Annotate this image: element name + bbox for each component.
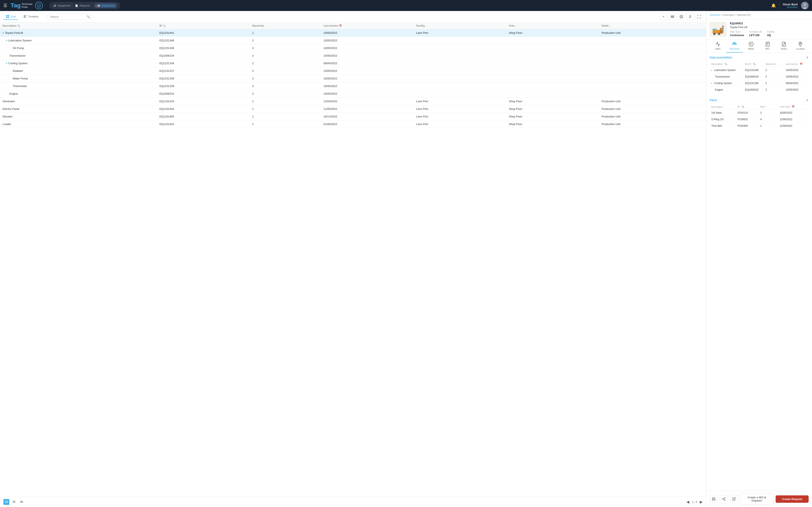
sa-expand-arrow[interactable]: ▸ xyxy=(711,82,713,84)
overview-link[interactable]: Overview xyxy=(710,13,720,16)
cell-detail: Production Unit xyxy=(599,105,706,113)
part-cell-lastused: 12/06/2022 xyxy=(778,116,809,123)
detail-filter-icon[interactable]: ⌄ xyxy=(609,24,611,27)
table-row[interactable]: Loader EQ1231424 1 01/05/2022 Leon Port … xyxy=(0,120,706,128)
check-button[interactable] xyxy=(678,13,685,20)
tab-grid[interactable]: Grid xyxy=(3,13,18,20)
page-size-25[interactable]: 25 xyxy=(11,499,17,505)
create-request-button[interactable]: Create Request xyxy=(776,495,809,503)
col-header-detail: Detail⌄ xyxy=(599,22,706,29)
part-row[interactable]: O-Ring 2/3 P235632 4 12/06/2022 xyxy=(710,116,809,123)
parts-title: Parts xyxy=(710,99,717,102)
tab-meter[interactable]: Meter xyxy=(743,40,759,53)
cell-hierarchy: 3 xyxy=(250,44,321,52)
bottom-actions: Create a WO & Dispatch Create Request xyxy=(706,491,812,507)
print-button[interactable] xyxy=(710,495,718,503)
table-row[interactable]: Oil Pump EQ1231349 3 10/05/2022 xyxy=(0,44,706,52)
service-filter-icon[interactable]: 📅 xyxy=(339,24,342,27)
notification-bell[interactable]: 🔔 xyxy=(771,3,776,8)
settings-button[interactable] xyxy=(687,13,694,20)
table-row[interactable]: Transmission EQ1006234 2 10/05/2022 xyxy=(0,52,706,60)
svg-rect-7 xyxy=(8,17,9,18)
area-filter-icon[interactable]: ⌄ xyxy=(515,24,517,27)
part-row[interactable]: 1/8 Valve P234124 2 10/05/2022 xyxy=(710,110,809,116)
hamburger-menu[interactable]: ☰ xyxy=(3,3,7,8)
cell-description: Loader xyxy=(0,120,157,128)
nav-right: 🔔 Oscar Byrd Technician xyxy=(771,2,809,9)
cell-id: EQ1231349 xyxy=(157,44,250,52)
id-filter-icon[interactable]: 🔍 xyxy=(163,24,166,27)
sa-hier-filter[interactable]: ⌄ xyxy=(777,63,779,65)
sa-eqid-filter[interactable]: 🔍 xyxy=(753,63,756,65)
tab-location[interactable]: Location xyxy=(792,40,809,53)
cell-area: Shop Floor xyxy=(506,29,599,37)
sub-assembly-row[interactable]: ▸ Cooling System EQ1231336 2 08/04/2022 xyxy=(710,80,809,87)
search-box[interactable]: 🔍 xyxy=(47,14,93,20)
description-filter-icon[interactable]: 🔍 xyxy=(17,24,20,27)
logo-tag: Tag xyxy=(11,2,21,9)
tab-hierarchy[interactable]: Hierarchy xyxy=(726,40,743,53)
svg-rect-11 xyxy=(671,15,671,18)
table-row[interactable]: Engine EQ1006232 2 10/05/2022 xyxy=(0,90,706,98)
edit-button[interactable] xyxy=(730,495,738,503)
page-info: 1 / 3 xyxy=(692,500,697,504)
expand-arrow[interactable]: ▾ xyxy=(6,39,7,42)
parts-collapse[interactable]: ∧ xyxy=(806,98,809,102)
add-button[interactable]: + xyxy=(660,13,667,20)
bc-equipment[interactable]: 🚜 Equipment xyxy=(53,4,70,7)
col-header-id: ID🔍 xyxy=(157,22,250,29)
table-row[interactable]: Thermostat EQ1231339 3 10/05/2022 xyxy=(0,82,706,90)
tab-notes[interactable]: Notes xyxy=(776,40,792,53)
parts-id-filter[interactable]: 🔍 xyxy=(742,105,744,108)
table-row[interactable]: ▾Cooling System EQ1231336 2 08/04/2022 xyxy=(0,60,706,67)
barcode-button[interactable] xyxy=(669,13,676,20)
table-row[interactable]: Electric Panel EQ1231454 1 11/05/2022 Le… xyxy=(0,105,706,113)
parts-lu-filter[interactable]: 📅 xyxy=(792,105,795,108)
sa-desc-filter[interactable]: 🔍 xyxy=(724,63,727,65)
next-page-button[interactable]: ▶ xyxy=(700,500,703,504)
prev-page-button[interactable]: ◀ xyxy=(687,500,689,504)
col-header-hierarchy: Hierarchy⌄ xyxy=(250,22,321,29)
svg-point-46 xyxy=(724,498,725,499)
search-input[interactable] xyxy=(50,15,85,18)
page-size-10[interactable]: 10 xyxy=(3,499,9,505)
part-row[interactable]: Time Belt P235356 1 12/06/2022 xyxy=(710,123,809,129)
table-row[interactable]: Water Pump EQ1231338 3 10/05/2022 xyxy=(0,75,706,82)
facility-filter-icon[interactable]: ⌄ xyxy=(426,24,428,27)
fullscreen-button[interactable] xyxy=(696,13,703,20)
bc-equipment-active[interactable]: 🚛 Equipment xyxy=(94,3,117,8)
page-size-50[interactable]: 50 xyxy=(18,499,24,505)
table-row[interactable]: Radiator EQ1231337 3 10/05/2022 xyxy=(0,67,706,75)
table-row[interactable]: ▾Lubrication System EQ1231346 2 10/05/20… xyxy=(0,37,706,44)
parts-qoh-filter[interactable]: ⌄ xyxy=(767,105,768,108)
table-row[interactable]: Elevator EQ1231465 1 10/12/2022 Leon Por… xyxy=(0,113,706,120)
table-row[interactable]: ▾Toyota ForkLift EQ1231441 1 10/05/2022 … xyxy=(0,29,706,37)
cell-service: 12/04/2022 xyxy=(321,98,414,105)
cell-hierarchy: 1 xyxy=(250,105,321,113)
cell-service: 10/05/2022 xyxy=(321,90,414,98)
sub-assembly-row[interactable]: Transmission EQ1006234 2 10/05/2022 xyxy=(710,73,809,80)
sa-cell-hierarchy: 2 xyxy=(764,80,784,87)
tab-wo[interactable]: WO xyxy=(759,40,776,53)
cell-hierarchy: 2 xyxy=(250,52,321,60)
cell-detail xyxy=(599,60,706,67)
expand-arrow[interactable]: ▾ xyxy=(3,31,4,35)
sa-expand-arrow[interactable]: ▸ xyxy=(711,69,713,71)
bc-request[interactable]: 📋 Request xyxy=(75,4,90,7)
cell-description: Oil Pump xyxy=(0,44,157,52)
expand-arrow[interactable]: ▾ xyxy=(6,62,7,65)
sub-assemblies-collapse[interactable]: ∧ xyxy=(806,55,809,59)
sa-svc-filter[interactable]: 📅 xyxy=(800,63,803,65)
sub-assembly-row[interactable]: Engine EQ1006232 2 10/05/2022 xyxy=(710,87,809,93)
cell-detail xyxy=(599,90,706,98)
cell-service: 10/05/2022 xyxy=(321,82,414,90)
cell-service: 10/05/2022 xyxy=(321,44,414,52)
hierarchy-filter-icon[interactable]: ⌄ xyxy=(265,24,267,27)
tab-stats[interactable]: Stats xyxy=(710,40,726,53)
share-button[interactable] xyxy=(720,495,728,503)
table-row[interactable]: Generator EQ1231423 1 12/04/2022 Leon Po… xyxy=(0,98,706,105)
tab-timeline[interactable]: Timeline xyxy=(21,13,41,20)
sub-assembly-row[interactable]: ▸ Lubrication System EQ1231346 2 10/05/2… xyxy=(710,67,809,73)
row-description: Thermostat xyxy=(9,84,27,88)
create-wo-dispatch-button[interactable]: Create a WO & Dispatch xyxy=(740,494,773,504)
